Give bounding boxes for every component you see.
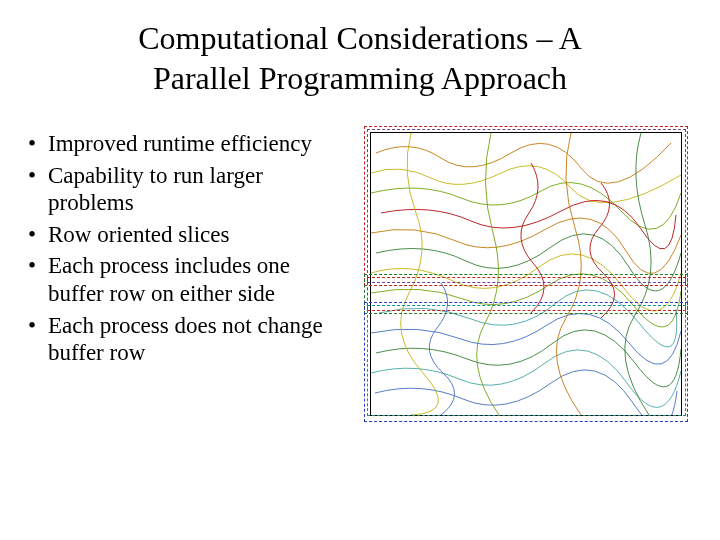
title-line-2: Parallel Programming Approach xyxy=(153,60,567,96)
list-item: Each process does not change buffer row xyxy=(28,312,348,367)
list-item: Improved runtime efficiency xyxy=(28,130,348,158)
list-item: Row oriented slices xyxy=(28,221,348,249)
list-item: Each process includes one buffer row on … xyxy=(28,252,348,307)
contour-map-icon xyxy=(371,133,681,415)
title-line-1: Computational Considerations – A xyxy=(138,20,582,56)
parallel-slices-figure xyxy=(360,126,690,422)
slide-body: Improved runtime efficiency Capability t… xyxy=(28,130,348,371)
bullet-list: Improved runtime efficiency Capability t… xyxy=(28,130,348,367)
slide-title: Computational Considerations – A Paralle… xyxy=(0,18,720,98)
list-item: Capability to run larger problems xyxy=(28,162,348,217)
slide: Computational Considerations – A Paralle… xyxy=(0,0,720,540)
contour-map-frame xyxy=(370,132,682,416)
